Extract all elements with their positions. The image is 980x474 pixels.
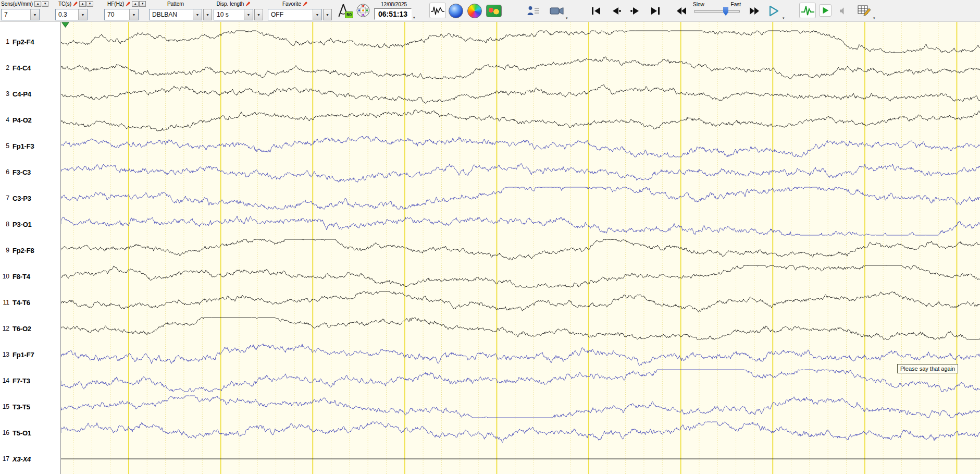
sensitivity-label: Sens(uV/mm): [1, 1, 33, 7]
video-camera-icon: [549, 5, 564, 17]
channel-row[interactable]: 2 F4-C4: [0, 63, 60, 72]
channel-label: P4-O2: [13, 116, 32, 124]
channel-number: 5: [0, 142, 9, 150]
video-menu-button[interactable]: ▾: [566, 16, 568, 20]
tc-select[interactable]: 0.3 ▼: [55, 9, 88, 20]
sensitivity-select[interactable]: 7 ▼: [1, 9, 40, 20]
speed-slider-track[interactable]: [694, 10, 740, 13]
edit-icon: [245, 2, 250, 6]
channel-row[interactable]: 12 T6-O2: [0, 324, 60, 333]
time-menu-button[interactable]: ▾: [413, 16, 415, 20]
waveform-tool-button[interactable]: [429, 3, 446, 18]
channel-number: 13: [0, 351, 9, 358]
chevron-down-icon: ▼: [313, 9, 321, 20]
skip-to-end-icon: [649, 5, 662, 17]
channel-row[interactable]: 16 T5-O1: [0, 428, 60, 437]
patient-info-button[interactable]: [525, 3, 541, 19]
edit-icon: [73, 2, 78, 6]
channel-row[interactable]: 17 X3-X4: [0, 454, 60, 464]
channel-label: T3-T5: [13, 403, 30, 411]
hf-up-button[interactable]: ▲: [132, 1, 139, 7]
electrode-map-button[interactable]: [355, 3, 371, 18]
channel-number: 1: [0, 38, 9, 45]
display-length-menu-button[interactable]: ▼: [254, 9, 263, 20]
channel-row[interactable]: 11 T4-T6: [0, 298, 60, 307]
step-forward-button[interactable]: [627, 3, 644, 19]
topography-map-button[interactable]: [486, 4, 502, 18]
channel-label: F4-C4: [13, 64, 31, 72]
tc-spinner: ▲ ▼: [79, 1, 93, 7]
chevron-down-icon: ▼: [244, 9, 253, 20]
channel-row[interactable]: 6 F3-C3: [0, 167, 60, 177]
rewind-icon: [675, 5, 688, 17]
skip-to-start-button[interactable]: [588, 3, 604, 19]
pattern-label: Pattern: [167, 1, 184, 7]
montage-menu-button[interactable]: ▾: [873, 16, 875, 20]
hf-select[interactable]: 70 ▼: [104, 9, 139, 20]
chevron-down-icon: ▼: [193, 9, 202, 20]
channel-label: P3-O1: [13, 221, 32, 228]
audio-mute-button[interactable]: [836, 5, 849, 17]
channel-label: T6-O2: [13, 325, 31, 333]
pattern-menu-button[interactable]: ▼: [203, 9, 212, 20]
channel-label: F7-T3: [13, 377, 30, 385]
channel-row[interactable]: 10 F8-T4: [0, 272, 60, 281]
step-back-icon: [610, 5, 622, 17]
play-button[interactable]: [766, 4, 781, 18]
channel-row[interactable]: 3 C4-P4: [0, 89, 60, 99]
eeg-viewer-window: Sens(uV/mm) ▲ ▼ 7 ▼ TC(s) ▲ ▼: [0, 0, 980, 474]
sensitivity-down-button[interactable]: ▼: [42, 1, 48, 7]
video-button[interactable]: [548, 3, 565, 19]
start-playback-button[interactable]: [819, 4, 832, 17]
pattern-value: DBLBAN: [150, 11, 193, 18]
eeg-trace-area: [60, 22, 980, 474]
time-display: 06:51:13: [374, 8, 412, 20]
edit-icon: [126, 2, 130, 6]
rewind-button[interactable]: [673, 3, 690, 19]
tc-down-button[interactable]: ▼: [86, 1, 93, 7]
channel-row[interactable]: 7 C3-P3: [0, 193, 60, 203]
channel-row[interactable]: 9 Fp2-F8: [0, 246, 60, 255]
notch-filter-badge[interactable]: 50: [345, 11, 353, 18]
montage-editor-button[interactable]: [855, 3, 872, 18]
favorite-menu-button[interactable]: ▼: [323, 9, 332, 20]
display-length-select[interactable]: 10 s ▼: [214, 9, 253, 20]
step-forward-icon: [629, 5, 642, 17]
channel-row[interactable]: 5 Fp1-F3: [0, 141, 60, 151]
channel-row[interactable]: 4 P4-O2: [0, 115, 60, 125]
favorite-select[interactable]: OFF ▼: [268, 9, 322, 20]
channel-number: 16: [0, 429, 9, 436]
tc-value: 0.3: [56, 11, 78, 18]
channel-row[interactable]: 8 P3-O1: [0, 220, 60, 229]
channel-label: Fp1-F3: [13, 142, 34, 150]
channel-number: 11: [0, 299, 9, 306]
channel-row[interactable]: 13 Fp1-F7: [0, 350, 60, 359]
channel-number: 2: [0, 64, 9, 71]
skip-to-end-button[interactable]: [647, 3, 664, 19]
head-map-rainbow-button[interactable]: [467, 3, 482, 19]
speed-slider-handle[interactable]: [723, 7, 728, 16]
pattern-select[interactable]: DBLBAN ▼: [149, 9, 202, 20]
eeg-trace-canvas[interactable]: [61, 22, 980, 474]
channel-number: 6: [0, 168, 9, 176]
speaker-muted-icon: [837, 6, 848, 16]
hf-down-button[interactable]: ▼: [139, 1, 146, 7]
speed-slow-label: Slow: [693, 2, 704, 7]
toolbar: Sens(uV/mm) ▲ ▼ 7 ▼ TC(s) ▲ ▼: [0, 0, 980, 22]
step-back-button[interactable]: [607, 3, 624, 19]
fast-forward-icon: [748, 5, 761, 17]
ekg-monitor-button[interactable]: [799, 3, 816, 18]
channel-row[interactable]: 1 Fp2-F4: [0, 37, 60, 46]
skip-to-start-icon: [590, 5, 602, 17]
head-map-blue-button[interactable]: [448, 3, 464, 19]
pattern-group: Pattern DBLBAN ▼ ▼: [149, 0, 214, 22]
display-length-group: Disp. length 10 s ▼ ▼: [214, 0, 265, 22]
channel-number: 8: [0, 221, 9, 228]
channel-label-gutter: 1 Fp2-F4 2 F4-C4 3 C4-P4 4 P4-O2 5 Fp1-F…: [0, 22, 60, 474]
channel-row[interactable]: 14 F7-T3: [0, 376, 60, 385]
tc-up-button[interactable]: ▲: [79, 1, 86, 7]
fast-forward-button[interactable]: [746, 3, 763, 19]
play-menu-button[interactable]: ▾: [783, 16, 785, 20]
sensitivity-up-button[interactable]: ▲: [34, 1, 41, 7]
channel-row[interactable]: 15 T3-T5: [0, 402, 60, 411]
